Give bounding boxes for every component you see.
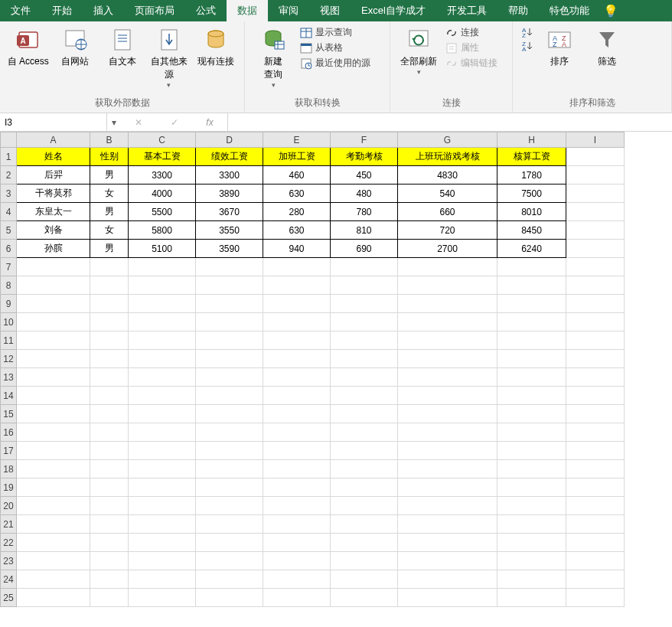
cell-A8[interactable] [17,276,90,295]
cell-A1[interactable]: 姓名 [17,148,90,166]
cell-E3[interactable]: 630 [263,185,331,203]
cell-F9[interactable] [331,295,398,313]
cell-D17[interactable] [196,442,263,460]
cell-A12[interactable] [17,350,90,368]
cell-C23[interactable] [129,552,196,570]
cell-C5[interactable]: 5800 [129,221,196,240]
cell-H2[interactable]: 1780 [497,166,566,185]
cell-B3[interactable]: 女 [90,185,129,203]
cell-D20[interactable] [196,497,263,515]
cell-B8[interactable] [90,276,129,295]
cell-E2[interactable]: 460 [263,166,331,185]
cell-C11[interactable] [129,331,196,350]
tab-Excel自学成才[interactable]: Excel自学成才 [351,0,436,21]
cell-B15[interactable] [90,405,129,423]
cell-D1[interactable]: 绩效工资 [196,148,263,166]
cell-C13[interactable] [129,368,196,387]
row-header-14[interactable]: 14 [1,387,17,405]
row-header-23[interactable]: 23 [1,552,17,570]
properties-button[interactable]: 属性 [445,41,497,54]
cell-B12[interactable] [90,350,129,368]
cell-F17[interactable] [331,442,398,460]
cell-D7[interactable] [196,258,263,276]
cell-G1[interactable]: 上班玩游戏考核 [398,148,497,166]
tab-特色功能[interactable]: 特色功能 [539,0,600,21]
formula-input[interactable] [233,117,667,128]
from-text-button[interactable]: 自文本 [99,24,145,71]
cell-H18[interactable] [497,460,566,478]
cell-D18[interactable] [196,460,263,478]
cell-C15[interactable] [129,405,196,423]
column-header-F[interactable]: F [331,132,398,148]
cell-F14[interactable] [331,387,398,405]
cell-B23[interactable] [90,552,129,570]
from-table-button[interactable]: 从表格 [300,41,370,54]
cell-F20[interactable] [331,497,398,515]
column-header-D[interactable]: D [196,132,263,148]
cell-F10[interactable] [331,313,398,331]
cell-F12[interactable] [331,350,398,368]
name-box-input[interactable] [5,117,102,128]
cell-H24[interactable] [497,570,566,589]
refresh-all-button[interactable]: 全部刷新 ▾ [395,24,442,79]
cell-C7[interactable] [129,258,196,276]
cell-B24[interactable] [90,570,129,589]
cell-E5[interactable]: 630 [263,221,331,240]
tab-页面布局[interactable]: 页面布局 [124,0,185,21]
tab-开始[interactable]: 开始 [41,0,83,21]
row-header-7[interactable]: 7 [1,258,17,276]
cell-I5[interactable] [566,221,625,240]
cell-A19[interactable] [17,478,90,497]
cell-H8[interactable] [497,276,566,295]
cell-G25[interactable] [398,589,497,607]
cell-D14[interactable] [196,387,263,405]
cell-C17[interactable] [129,442,196,460]
tab-开发工具[interactable]: 开发工具 [436,0,497,21]
cell-G15[interactable] [398,405,497,423]
cell-C9[interactable] [129,295,196,313]
cell-F18[interactable] [331,460,398,478]
cell-F23[interactable] [331,552,398,570]
cell-A7[interactable] [17,258,90,276]
cell-F19[interactable] [331,478,398,497]
enter-icon[interactable]: ✓ [171,117,178,128]
cell-E22[interactable] [263,534,331,552]
cell-B18[interactable] [90,460,129,478]
edit-links-button[interactable]: 编辑链接 [445,57,497,70]
worksheet-grid[interactable]: ABCDEFGHI1姓名性别基本工资绩效工资加班工资考勤考核上班玩游戏考核核算工… [0,132,672,607]
cell-E6[interactable]: 940 [263,240,331,258]
cell-C14[interactable] [129,387,196,405]
cell-A15[interactable] [17,405,90,423]
cell-E11[interactable] [263,331,331,350]
cell-D9[interactable] [196,295,263,313]
cell-F2[interactable]: 450 [331,166,398,185]
cell-A24[interactable] [17,570,90,589]
tab-文件[interactable]: 文件 [0,0,41,21]
cell-C22[interactable] [129,534,196,552]
cell-A20[interactable] [17,497,90,515]
cell-E24[interactable] [263,570,331,589]
cell-G12[interactable] [398,350,497,368]
row-header-4[interactable]: 4 [1,203,17,221]
cell-H10[interactable] [497,313,566,331]
cell-E4[interactable]: 280 [263,203,331,221]
cell-H20[interactable] [497,497,566,515]
cell-G13[interactable] [398,368,497,387]
row-header-12[interactable]: 12 [1,350,17,368]
existing-connections-button[interactable]: 现有连接 [193,24,240,71]
cell-D13[interactable] [196,368,263,387]
cell-I2[interactable] [566,166,625,185]
cell-I21[interactable] [566,515,625,534]
row-header-11[interactable]: 11 [1,331,17,350]
cell-E10[interactable] [263,313,331,331]
cell-C18[interactable] [129,460,196,478]
column-header-I[interactable]: I [566,132,625,148]
cell-E14[interactable] [263,387,331,405]
cell-D6[interactable]: 3590 [196,240,263,258]
cell-B7[interactable] [90,258,129,276]
cell-H13[interactable] [497,368,566,387]
cell-F8[interactable] [331,276,398,295]
row-header-5[interactable]: 5 [1,221,17,240]
row-header-1[interactable]: 1 [1,148,17,166]
cell-F13[interactable] [331,368,398,387]
